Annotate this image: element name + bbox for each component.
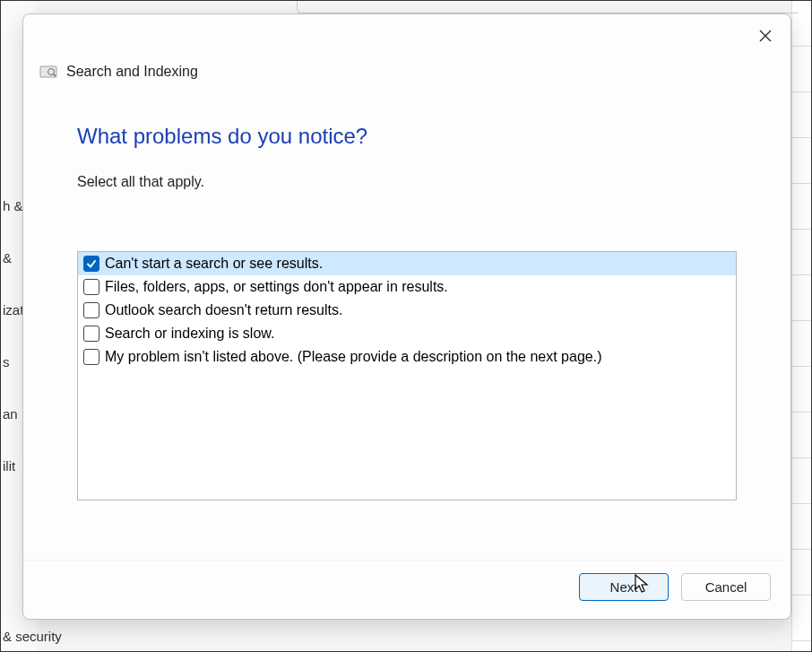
troubleshooter-dialog: Search and Indexing What problems do you… bbox=[22, 13, 791, 620]
checkbox[interactable] bbox=[83, 302, 99, 318]
problems-listbox[interactable]: Can't start a search or see results.File… bbox=[77, 251, 737, 500]
problem-option-label: My problem isn't listed above. (Please p… bbox=[105, 349, 601, 365]
troubleshooter-icon bbox=[39, 63, 57, 81]
problem-option-label: Can't start a search or see results. bbox=[105, 256, 323, 272]
close-icon bbox=[758, 29, 773, 43]
problem-option-label: Outlook search doesn't return results. bbox=[105, 302, 342, 318]
problem-option[interactable]: My problem isn't listed above. (Please p… bbox=[78, 345, 736, 369]
page-heading: What problems do you notice? bbox=[77, 124, 737, 149]
checkbox[interactable] bbox=[83, 349, 99, 365]
background-divider bbox=[297, 1, 799, 13]
dialog-content: What problems do you notice? Select all … bbox=[23, 88, 790, 560]
next-button[interactable]: Next bbox=[579, 573, 669, 601]
checkbox[interactable] bbox=[83, 256, 99, 272]
problem-option-label: Search or indexing is slow. bbox=[105, 326, 274, 342]
dialog-title: Search and Indexing bbox=[66, 64, 198, 80]
cancel-button[interactable]: Cancel bbox=[681, 573, 771, 601]
background-bottom-text: & security bbox=[1, 629, 62, 644]
dialog-footer: Next Cancel bbox=[23, 560, 790, 619]
close-button[interactable] bbox=[753, 23, 778, 48]
problem-option[interactable]: Outlook search doesn't return results. bbox=[78, 299, 736, 322]
page-subtext: Select all that apply. bbox=[77, 174, 737, 190]
problem-option[interactable]: Search or indexing is slow. bbox=[78, 322, 736, 345]
problem-option[interactable]: Can't start a search or see results. bbox=[78, 252, 736, 275]
checkbox[interactable] bbox=[83, 279, 99, 295]
problem-option[interactable]: Files, folders, apps, or settings don't … bbox=[78, 275, 736, 299]
checkbox[interactable] bbox=[83, 326, 99, 342]
dialog-header: Search and Indexing bbox=[23, 50, 790, 88]
background-grid bbox=[791, 1, 811, 651]
problem-option-label: Files, folders, apps, or settings don't … bbox=[105, 279, 448, 295]
titlebar bbox=[23, 14, 790, 50]
